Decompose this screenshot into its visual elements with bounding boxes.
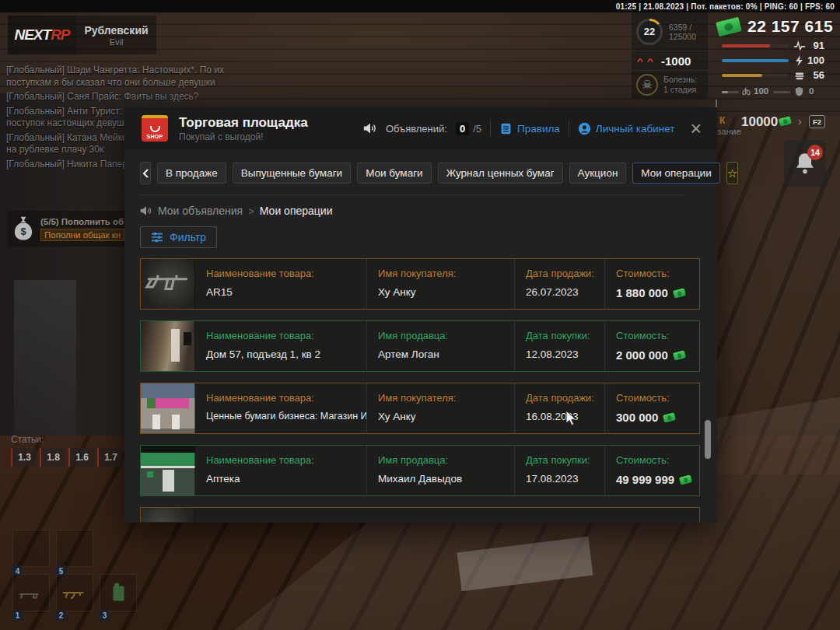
marketplace-dialog: SHOP Торговая площадка Покупай с выгодой… <box>124 107 717 523</box>
breadcrumb-current: Мои операции <box>260 205 333 217</box>
hotbar-slot-1[interactable] <box>12 574 50 611</box>
header-divider <box>490 121 491 136</box>
cabinet-label: Личный кабинет <box>596 123 675 135</box>
quest-left-text: (5/5) Пополнить об Пополни общак кн <box>40 217 124 241</box>
item-name-value: Аптека <box>206 473 360 485</box>
ads-count-label: Объявлений: <box>386 123 447 135</box>
hotbar-slot-4[interactable] <box>12 530 50 567</box>
item-thumbnail-rifle <box>141 259 195 309</box>
rules-label: Правила <box>517 123 560 135</box>
breadcrumb-parent[interactable]: Мои объявления <box>158 205 243 217</box>
hotbar-key: 1 <box>12 610 23 621</box>
item-name-value: Ценные бумаги бизнеса: Магазин ИП <box>206 411 360 422</box>
price-label: Стоимость: <box>616 454 695 466</box>
xp-current: 6359 / <box>669 23 696 32</box>
tab-zhurnal-tsennyh-bumag[interactable]: Журнал ценных бумаг <box>438 163 563 184</box>
party-label: Имя продавца: <box>378 330 508 341</box>
thumbnail-detail <box>163 470 174 492</box>
shop-badge-text: SHOP <box>146 134 163 139</box>
party-value: Артем Логан <box>378 348 508 360</box>
operation-row[interactable]: Наименование товара: AR15 Имя покупателя… <box>140 258 700 310</box>
notifications-button[interactable]: 14 <box>784 140 826 187</box>
breadcrumb-separator: > <box>248 205 254 217</box>
article-badge: 1.6 <box>68 448 94 467</box>
money-icon <box>673 288 686 298</box>
operation-row[interactable]: Наименование товара: Дом 57, подъезд 1, … <box>140 320 700 372</box>
shield-icon <box>794 86 804 96</box>
health-stat: 91 <box>722 39 824 54</box>
rifle-icon <box>144 265 191 297</box>
quest-panel-left: $ (5/5) Пополнить об Пополни общак кн <box>8 211 134 247</box>
date-cell: Дата покупки: 12.08.2023 <box>514 321 604 371</box>
money-counter: 22 157 615 <box>717 17 833 36</box>
price-label: Стоимость: <box>616 330 695 341</box>
thumbnail-detail <box>171 329 180 362</box>
quest-reward-value: 10000 <box>741 114 778 130</box>
game-screen: 01:25 | 21.08.2023 | Пот. пакетов: 0% | … <box>0 0 840 630</box>
rules-link[interactable]: Правила <box>499 122 560 135</box>
operation-row-partial[interactable] <box>140 507 700 522</box>
disease-skull-icon: ☠ <box>636 74 658 96</box>
dialog-separator <box>140 194 684 195</box>
quest-action[interactable]: Пополни общак кн <box>40 229 124 241</box>
user-icon <box>578 122 591 135</box>
notification-count-badge: 14 <box>807 145 823 160</box>
operation-row[interactable]: Наименование товара: Ценные бумаги бизне… <box>140 383 700 434</box>
tab-moi-operatsii[interactable]: Мои операции <box>632 163 719 184</box>
item-name-value: Дом 57, подъезд 1, кв 2 <box>206 348 360 360</box>
tab-auktsion[interactable]: Аукцион <box>569 163 627 184</box>
operation-row[interactable]: Наименование товара: Аптека Имя продавца… <box>140 445 700 496</box>
close-icon[interactable]: × <box>690 121 702 136</box>
date-value: 16.08.2023 <box>526 411 598 422</box>
level-value: 22 <box>639 21 660 43</box>
date-value: 12.08.2023 <box>526 348 598 360</box>
quest-title: (5/5) Пополнить об <box>40 217 124 226</box>
hotbar-slot-2[interactable] <box>56 574 93 611</box>
energy-stat: 100 <box>722 54 824 68</box>
hunger-value: 56 <box>804 69 824 81</box>
background-window <box>14 280 76 451</box>
tab-moi-bumagi[interactable]: Мои бумаги <box>357 163 432 184</box>
party-cell: Имя продавца: Михаил Давыдов <box>366 446 514 495</box>
articles-label: Статьи: <box>11 434 123 445</box>
skull-glyph: ☠ <box>642 78 652 92</box>
quest-right-fragment: зание <box>717 127 741 136</box>
damage-value: -1000 <box>661 54 691 68</box>
hotbar-slot-3[interactable] <box>100 574 137 611</box>
item-name-label: Наименование товара: <box>206 330 360 341</box>
tab-vypushchennye-bumagi[interactable]: Выпущенные бумаги <box>233 163 351 184</box>
hotbar-slot-5[interactable] <box>56 530 93 567</box>
oxygen-value: 100 <box>754 86 768 96</box>
server-name: Рублевский <box>84 24 148 37</box>
damage-wave-icon <box>636 56 658 65</box>
item-thumbnail-partial <box>141 508 195 522</box>
item-name-label: Наименование товара: <box>206 454 360 466</box>
brand-next: NEXT <box>14 26 51 43</box>
date-cell: Дата продажи: 16.08.2023 <box>514 383 604 433</box>
scrollbar-thumb[interactable] <box>705 420 711 459</box>
favorites-button[interactable]: ☆ <box>726 162 738 184</box>
money-value: 22 157 615 <box>747 17 833 36</box>
xp-counter: 6359 / 125000 <box>669 23 696 41</box>
back-button[interactable] <box>140 162 151 184</box>
personal-cabinet-link[interactable]: Личный кабинет <box>578 122 675 135</box>
party-value: Ху Анку <box>378 286 508 298</box>
chevron-left-icon <box>141 168 150 179</box>
price-cell: Стоимость: 300 000 <box>604 383 701 433</box>
date-value: 26.07.2023 <box>526 286 598 298</box>
date-label: Дата покупки: <box>526 454 598 466</box>
lungs-icon <box>741 86 751 96</box>
filter-button[interactable]: Фильтр <box>140 226 217 248</box>
health-value: 91 <box>804 40 824 51</box>
status-bar: 01:25 | 21.08.2023 | Пот. пакетов: 0% | … <box>0 0 840 12</box>
price-label: Стоимость: <box>616 268 695 279</box>
date-value: 17.08.2023 <box>526 473 598 485</box>
rules-document-icon <box>499 122 513 135</box>
tab-v-prodazhe[interactable]: В продаже <box>157 163 226 184</box>
thumbnail-detail <box>147 398 156 408</box>
player-status-panel: 22 6359 / 125000 -1000 ☠ Болезнь: 1 стад… <box>632 12 708 99</box>
party-label: Имя покупателя: <box>378 268 508 279</box>
price-value: 1 880 000 <box>616 286 668 299</box>
armor-value: 0 <box>809 86 814 96</box>
rifle-icon <box>18 579 44 606</box>
